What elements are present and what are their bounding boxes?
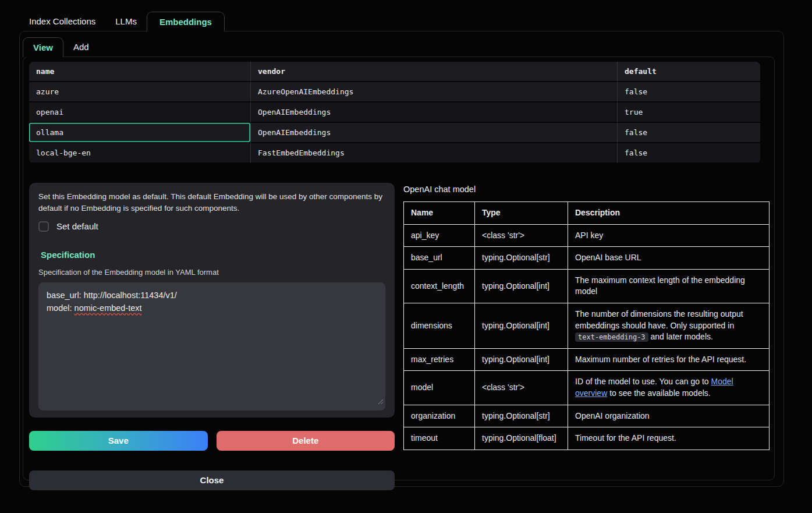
embeddings-col-default: default <box>617 62 760 82</box>
doc-param-type: <class 'str'> <box>475 371 568 405</box>
set-default-row: Set default <box>38 221 385 232</box>
tab-add[interactable]: Add <box>63 37 99 56</box>
doc-param-description: OpenAI base URL <box>568 247 770 270</box>
embedding-default-cell[interactable]: true <box>617 102 760 123</box>
yaml-line-1: base_url: http://localhost:11434/v1/ <box>47 291 177 300</box>
resize-handle-icon[interactable] <box>378 395 384 408</box>
doc-row-api_key: api_key<class 'str'>API key <box>404 224 770 247</box>
yaml-line-2-key: model: <box>47 303 75 313</box>
doc-param-name: base_url <box>404 247 475 270</box>
doc-param-type: typing.Optional[str] <box>475 405 568 427</box>
doc-param-description: ID of the model to use. You can go to Mo… <box>568 371 770 405</box>
doc-col-name: Name <box>404 202 475 225</box>
embeddings-col-name: name <box>29 62 250 82</box>
doc-row-model: model<class 'str'>ID of the model to use… <box>404 371 770 405</box>
embedding-detail-column: Set this Embedding model as default. Thi… <box>29 183 395 490</box>
doc-col-type: Type <box>475 202 568 225</box>
model-doc-header: NameTypeDescription <box>404 202 770 225</box>
model-doc-table: NameTypeDescription api_key<class 'str'>… <box>403 201 770 450</box>
doc-param-description: The number of dimensions the resulting o… <box>568 303 770 348</box>
doc-row-context_length: context_lengthtyping.Optional[int]The ma… <box>404 269 770 303</box>
embeddings-col-vendor: vendor <box>250 62 617 82</box>
doc-param-description: OpenAI organization <box>568 405 770 427</box>
embedding-row-openai: openaiOpenAIEmbeddingstrue <box>29 102 760 123</box>
embeddings-table-header: namevendordefault <box>29 62 760 82</box>
embeddings-panel: View Add namevendordefault azureAzureOpe… <box>19 31 784 487</box>
embedding-name-cell[interactable]: azure <box>29 82 250 102</box>
doc-param-type: typing.Optional[str] <box>475 247 568 270</box>
doc-param-description: API key <box>568 224 770 247</box>
doc-param-type: typing.Optional[int] <box>475 348 568 371</box>
embedding-name-cell[interactable]: openai <box>29 102 250 123</box>
tab-index-collections[interactable]: Index Collections <box>19 12 105 31</box>
tab-embeddings[interactable]: Embeddings <box>147 12 225 31</box>
default-description: Set this Embedding model as default. Thi… <box>38 191 385 215</box>
specification-heading: Specification <box>41 250 385 260</box>
model-doc-column: OpenAI chat model NameTypeDescription ap… <box>403 183 770 490</box>
tab-llms[interactable]: LLMs <box>105 12 147 31</box>
set-default-checkbox[interactable] <box>38 221 49 232</box>
default-settings-panel: Set this Embedding model as default. Thi… <box>29 183 395 418</box>
embeddings-table-container: namevendordefault azureAzureOpenAIEmbedd… <box>29 62 760 164</box>
embedding-default-cell[interactable]: false <box>617 123 760 143</box>
doc-param-type: typing.Optional[int] <box>475 269 568 303</box>
doc-row-dimensions: dimensionstyping.Optional[int]The number… <box>404 303 770 348</box>
doc-param-type: typing.Optional[int] <box>475 303 568 348</box>
embedding-vendor-cell[interactable]: FastEmbedEmbeddings <box>250 143 617 164</box>
model-doc-title: OpenAI chat model <box>403 185 770 194</box>
doc-param-type: <class 'str'> <box>475 224 568 247</box>
detail-area: Set this Embedding model as default. Thi… <box>29 183 768 490</box>
embedding-default-cell[interactable]: false <box>617 82 760 102</box>
doc-param-name: dimensions <box>404 303 475 348</box>
specification-caption: Specification of the Embedding model in … <box>38 268 385 277</box>
doc-param-description: The maximum context length of the embedd… <box>568 269 770 303</box>
set-default-label: Set default <box>56 221 98 231</box>
embedding-name-cell[interactable]: ollama <box>29 123 250 143</box>
embeddings-table: namevendordefault azureAzureOpenAIEmbedd… <box>29 62 760 164</box>
embedding-vendor-cell[interactable]: OpenAIEmbeddings <box>250 123 617 143</box>
doc-param-name: model <box>404 371 475 405</box>
doc-param-description: Timeout for the API request. <box>568 427 770 450</box>
doc-row-organization: organizationtyping.Optional[str]OpenAI o… <box>404 405 770 427</box>
embedding-name-cell[interactable]: local-bge-en <box>29 143 250 164</box>
save-button[interactable]: Save <box>29 431 208 451</box>
embedding-row-azure: azureAzureOpenAIEmbeddingsfalse <box>29 82 760 102</box>
yaml-line-2-value: nomic-embed-text <box>75 303 142 313</box>
top-tab-bar: Index Collections LLMs Embeddings <box>19 12 812 31</box>
embedding-vendor-cell[interactable]: OpenAIEmbeddings <box>250 102 617 123</box>
delete-button[interactable]: Delete <box>217 431 395 451</box>
doc-col-description: Description <box>568 202 770 225</box>
close-button[interactable]: Close <box>29 470 395 490</box>
doc-param-name: context_length <box>404 269 475 303</box>
sub-tab-bar: View Add <box>20 31 783 56</box>
doc-row-timeout: timeouttyping.Optional[float]Timeout for… <box>404 427 770 450</box>
doc-param-name: api_key <box>404 224 475 247</box>
doc-param-name: timeout <box>404 427 475 450</box>
doc-param-name: max_retries <box>404 348 475 371</box>
embedding-row-ollama: ollamaOpenAIEmbeddingsfalse <box>29 123 760 143</box>
action-button-row: Save Delete <box>29 431 395 451</box>
inline-code: text-embedding-3 <box>575 332 648 342</box>
view-tab-content: namevendordefault azureAzureOpenAIEmbedd… <box>23 56 775 480</box>
embedding-vendor-cell[interactable]: AzureOpenAIEmbeddings <box>250 82 617 102</box>
yaml-spec-editor[interactable]: base_url: http://localhost:11434/v1/ mod… <box>38 282 385 411</box>
embedding-row-local-bge-en: local-bge-enFastEmbedEmbeddingsfalse <box>29 143 760 164</box>
model-overview-link[interactable]: Model overview <box>575 377 733 398</box>
doc-row-base_url: base_urltyping.Optional[str]OpenAI base … <box>404 247 770 270</box>
tab-view[interactable]: View <box>23 37 63 57</box>
doc-param-type: typing.Optional[float] <box>475 427 568 450</box>
embedding-default-cell[interactable]: false <box>617 143 760 164</box>
doc-param-description: Maximum number of retries for the API re… <box>568 348 770 371</box>
doc-param-name: organization <box>404 405 475 427</box>
doc-row-max_retries: max_retriestyping.Optional[int]Maximum n… <box>404 348 770 371</box>
